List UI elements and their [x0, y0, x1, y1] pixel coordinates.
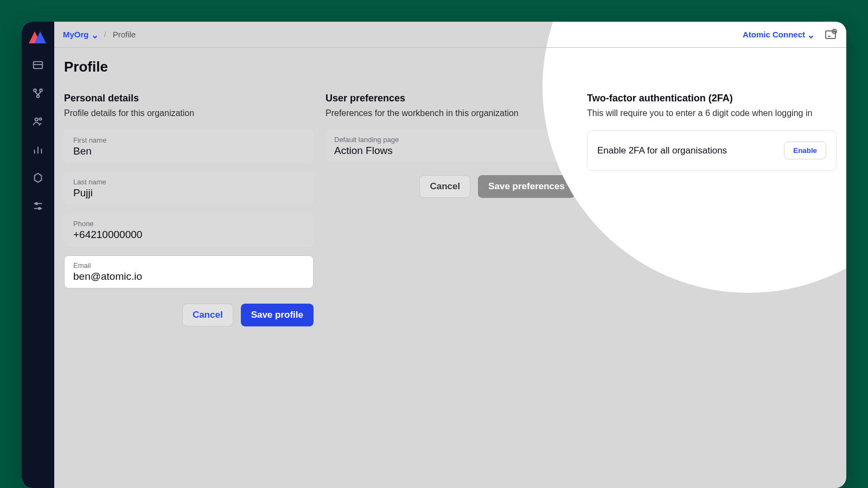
personal-details-heading: Personal details [64, 93, 314, 104]
field-value: Pujji [73, 186, 304, 199]
page-body: Profile Personal details Profile details… [54, 48, 846, 488]
tfa-subheading: This will require you to enter a 6 digit… [587, 108, 837, 118]
cancel-preferences-button[interactable]: Cancel [419, 175, 470, 198]
personal-details-section: Personal details Profile details for thi… [64, 93, 314, 326]
cancel-profile-button[interactable]: Cancel [182, 304, 233, 326]
brand-logo-icon [30, 31, 46, 43]
enable-2fa-button[interactable]: Enable [784, 142, 826, 159]
svg-point-2 [34, 89, 36, 92]
last-name-field[interactable]: Last name Pujji [64, 172, 314, 205]
sliders-icon[interactable] [31, 200, 44, 213]
breadcrumb-separator: / [104, 30, 106, 39]
field-label: Last name [73, 178, 304, 186]
user-preferences-subheading: Preferences for the workbench in this or… [326, 108, 575, 118]
environment-picker-label: Atomic Connect [743, 30, 805, 39]
chevron-down-icon [92, 32, 98, 37]
tfa-card: Enable 2FA for all organisations Enable [587, 130, 837, 171]
topbar: MyOrg / Profile Atomic Connect [54, 22, 846, 48]
save-preferences-button[interactable]: Save preferences [478, 175, 575, 198]
flows-icon[interactable] [31, 87, 44, 100]
field-label: First name [73, 136, 304, 144]
chevron-down-icon [808, 32, 814, 37]
nav-rail [22, 22, 54, 488]
field-label: Default landing page [334, 136, 551, 144]
svg-point-3 [40, 89, 42, 92]
cards-icon[interactable] [31, 59, 44, 72]
email-field[interactable]: Email ben@atomic.io [64, 255, 314, 288]
org-picker[interactable]: MyOrg [63, 30, 98, 39]
chevron-down-icon [558, 142, 567, 151]
user-preferences-section: User preferences Preferences for the wor… [326, 93, 575, 326]
breadcrumb-page: Profile [113, 30, 136, 39]
field-label: Phone [73, 220, 304, 228]
field-value: Action Flows [334, 144, 551, 157]
personal-details-subheading: Profile details for this organization [64, 108, 314, 118]
tfa-heading: Two-factor authentication (2FA) [587, 93, 837, 104]
environment-picker[interactable]: Atomic Connect [743, 30, 814, 39]
svg-marker-10 [35, 174, 42, 183]
org-picker-label: MyOrg [63, 30, 89, 39]
save-profile-button[interactable]: Save profile [241, 304, 314, 326]
breadcrumb: MyOrg / Profile [63, 30, 136, 39]
tfa-card-label: Enable 2FA for all organisations [597, 145, 727, 156]
phone-field[interactable]: Phone +64210000000 [64, 214, 314, 247]
field-value: Ben [73, 144, 304, 157]
svg-point-5 [35, 118, 39, 121]
tasks-tray-icon[interactable] [824, 28, 838, 42]
page-title: Profile [54, 59, 846, 83]
two-factor-auth-section: Two-factor authentication (2FA) This wil… [587, 93, 837, 326]
first-name-field[interactable]: First name Ben [64, 130, 314, 163]
user-preferences-heading: User preferences [326, 93, 575, 104]
field-value: ben@atomic.io [73, 269, 304, 282]
field-value: +64210000000 [73, 228, 304, 241]
settings-icon[interactable] [31, 171, 44, 184]
analytics-icon[interactable] [31, 143, 44, 156]
app-window: MyOrg / Profile Atomic Connect [22, 22, 846, 488]
field-label: Email [73, 261, 304, 269]
people-icon[interactable] [31, 115, 44, 128]
content-area: MyOrg / Profile Atomic Connect [54, 22, 846, 488]
default-landing-page-select[interactable]: Default landing page Action Flows [326, 130, 575, 162]
svg-point-6 [40, 118, 42, 120]
